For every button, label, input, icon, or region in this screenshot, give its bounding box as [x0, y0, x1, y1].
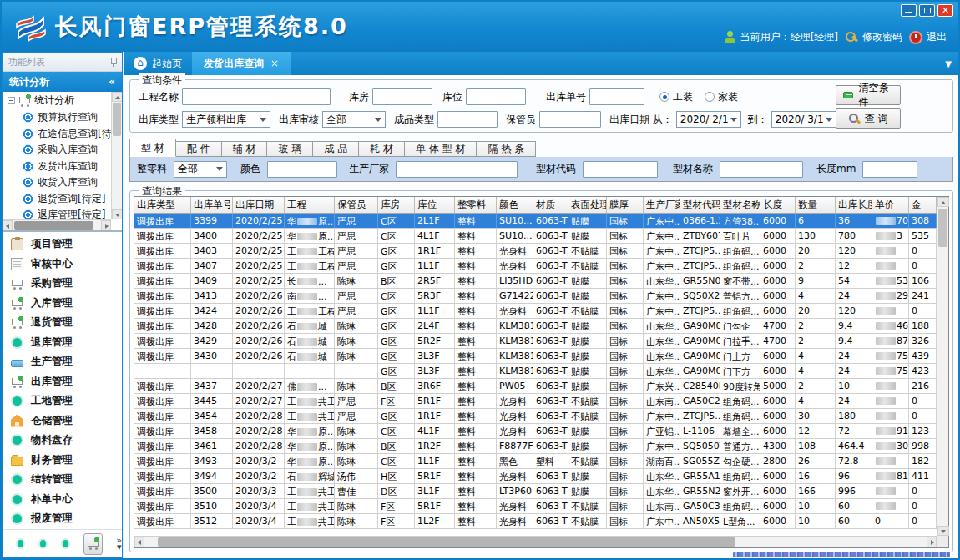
material-tab[interactable]: 配 件: [176, 141, 222, 157]
material-tab[interactable]: 成 品: [313, 141, 359, 157]
product-type-input[interactable]: [437, 111, 498, 128]
sidebar-module[interactable]: 工地管理: [11, 392, 122, 411]
sidebar-module[interactable]: 退货管理: [11, 314, 122, 332]
scroll-left-icon[interactable]: [134, 537, 144, 547]
grid-horizontal-scrollbar[interactable]: [134, 536, 937, 547]
gongzhuang-radio[interactable]: [659, 92, 669, 102]
tree-item[interactable]: 预算执行查询: [3, 109, 111, 126]
table-row[interactable]: 调拨出库34542020/2/28工共工程严思G区1R1F整料光身料6063-T…: [134, 409, 937, 424]
column-header[interactable]: 数量: [796, 197, 836, 213]
sidebar-module[interactable]: 出库管理: [11, 372, 122, 391]
column-header[interactable]: 工程: [285, 197, 335, 213]
color-input[interactable]: [267, 161, 337, 178]
date-to-picker[interactable]: 2020/ 3/16: [771, 111, 836, 128]
date-from-picker[interactable]: 2020/ 2/16: [676, 111, 741, 128]
collapse-icon[interactable]: «: [109, 76, 115, 88]
table-row[interactable]: 调拨出库35102020/3/4工共工程陈琳F区5R1F整料光身料6063-T5…: [134, 499, 937, 514]
sidebar-module[interactable]: 入库管理: [11, 294, 122, 312]
scroll-up-icon[interactable]: [937, 197, 949, 207]
profile-code-input[interactable]: [583, 161, 658, 178]
table-row[interactable]: 调拨出库34612020/2/28华原...陈琳B区1R2F整料F8877FT6…: [134, 439, 937, 454]
scroll-down-icon[interactable]: [112, 209, 122, 219]
table-row[interactable]: 调拨出库34282020/2/26石城陈琳G区2L4F整料KLM38176063…: [134, 319, 937, 334]
tab-close-icon[interactable]: ×: [270, 58, 279, 69]
profile-name-input[interactable]: [720, 161, 803, 178]
material-tab[interactable]: 隔 热 条: [477, 141, 536, 157]
column-header[interactable]: 材质: [533, 197, 568, 213]
tree-item[interactable]: 退库管理[待定]: [3, 207, 111, 219]
collapse-expander-icon[interactable]: [8, 97, 15, 104]
clear-conditions-button[interactable]: 清空条件: [836, 85, 901, 105]
stats-section-header[interactable]: 统计分析 «: [3, 72, 122, 92]
table-row[interactable]: 调拨出库34242020/2/26工工程严思G区1L1F整料光身料6063-T5…: [134, 304, 937, 319]
table-row[interactable]: 调拨出库34372020/2/27佛...陈琳B区3R6F整料PW056063-…: [134, 379, 937, 394]
table-row[interactable]: 调拨出库34132020/2/26南...严思C区5R3F整料G71422606…: [134, 289, 937, 304]
maximize-button[interactable]: [919, 4, 935, 17]
column-header[interactable]: 库房: [378, 197, 415, 213]
sidebar-module[interactable]: 退库管理: [11, 333, 122, 351]
change-password-button[interactable]: 修改密码: [845, 30, 902, 44]
material-tab[interactable]: 单 体 型 材: [405, 141, 477, 157]
table-row[interactable]: 调拨出库35002020/3/3工共工程曹佳D区3L1F整料LT3P606063…: [134, 484, 937, 499]
column-header[interactable]: 出库日期: [233, 197, 285, 213]
column-header[interactable]: 单价: [872, 197, 909, 213]
column-header[interactable]: 库位: [415, 197, 455, 213]
column-header[interactable]: 型材名称: [720, 197, 760, 213]
tab-home[interactable]: ⌂ 起始页: [124, 52, 192, 75]
column-header[interactable]: 整零料: [455, 197, 497, 213]
column-header[interactable]: 保管员: [335, 197, 378, 213]
column-header[interactable]: 长度: [760, 197, 796, 213]
tab-shipping-query[interactable]: 发货出库查询 ×: [192, 52, 291, 75]
module-dot-icon[interactable]: [61, 538, 70, 549]
close-button[interactable]: ✕: [937, 4, 953, 17]
sidebar-module[interactable]: 项目管理: [11, 235, 122, 254]
scroll-right-icon[interactable]: [927, 537, 937, 547]
material-tab[interactable]: 型 材: [129, 139, 176, 157]
module-dot-icon[interactable]: [16, 538, 25, 549]
overflow-chevron[interactable]: »▾: [116, 537, 122, 551]
tree-vertical-scrollbar[interactable]: [111, 92, 122, 219]
table-row[interactable]: 调拨出库34452020/2/27工共工程严思F区5R1F整料光身料6063-T…: [134, 394, 937, 409]
pin-icon[interactable]: [110, 58, 116, 67]
column-header[interactable]: 出库类型: [134, 197, 191, 213]
tree-item[interactable]: 在途信息查询[待: [3, 126, 111, 143]
material-tab[interactable]: 耗 材: [359, 141, 405, 157]
sidebar-module[interactable]: 财务管理: [11, 451, 122, 469]
table-row[interactable]: 调拨出库33992020/2/25华原...严思C区2L1F整料SU10...6…: [134, 214, 937, 229]
grid-vertical-scrollbar[interactable]: [937, 197, 948, 536]
column-header[interactable]: 出库单号: [191, 197, 233, 213]
tree-item[interactable]: 采购入库查询: [3, 142, 111, 159]
table-row[interactable]: G区3L3F整料KLM38176063-T5贴膜国标山东华...GA90M09.…: [134, 364, 937, 379]
warehouse-input[interactable]: [372, 88, 432, 105]
sidebar-module[interactable]: 补单中心: [11, 490, 122, 508]
search-button[interactable]: 查 询: [836, 108, 901, 129]
whole-part-select[interactable]: 全部: [174, 161, 227, 178]
sidebar-module[interactable]: 报废管理: [11, 510, 122, 528]
audit-select[interactable]: 全部: [322, 111, 386, 128]
column-header[interactable]: 颜色: [497, 197, 533, 213]
sidebar-module[interactable]: 审核中心: [11, 255, 122, 273]
table-row[interactable]: 调拨出库34942020/3/2石辉城汤伟H区5R1F整料光身料6063-T5贴…: [134, 469, 937, 484]
scroll-up-icon[interactable]: [112, 92, 122, 102]
scroll-left-icon[interactable]: [3, 220, 13, 231]
logout-button[interactable]: 退出: [909, 30, 947, 44]
scroll-right-icon[interactable]: [101, 220, 111, 231]
column-header[interactable]: 膜厚: [607, 197, 644, 213]
sidebar-module[interactable]: 生产管理: [11, 353, 122, 371]
sidebar-module[interactable]: 仓储管理: [11, 411, 122, 430]
scroll-down-icon[interactable]: [937, 526, 949, 536]
tab-overflow-icon[interactable]: ▼: [945, 59, 958, 68]
sidebar-module[interactable]: 采购管理: [11, 275, 122, 293]
outbound-type-select[interactable]: 生产领料出库: [182, 111, 270, 128]
column-header[interactable]: 生产厂家: [644, 197, 680, 213]
module-dot-icon[interactable]: [38, 538, 48, 549]
minimize-button[interactable]: [901, 4, 917, 17]
tree-item[interactable]: 收货入库查询: [3, 174, 111, 191]
column-header[interactable]: 型材代码: [680, 197, 720, 213]
tree-horizontal-scrollbar[interactable]: [3, 219, 111, 230]
column-header[interactable]: 金: [909, 197, 937, 213]
order-no-input[interactable]: [589, 88, 644, 105]
jiazhuang-radio[interactable]: [705, 92, 715, 102]
sidebar-module[interactable]: 结转管理: [11, 471, 122, 489]
tree-item[interactable]: 发货出库查询: [3, 159, 111, 175]
